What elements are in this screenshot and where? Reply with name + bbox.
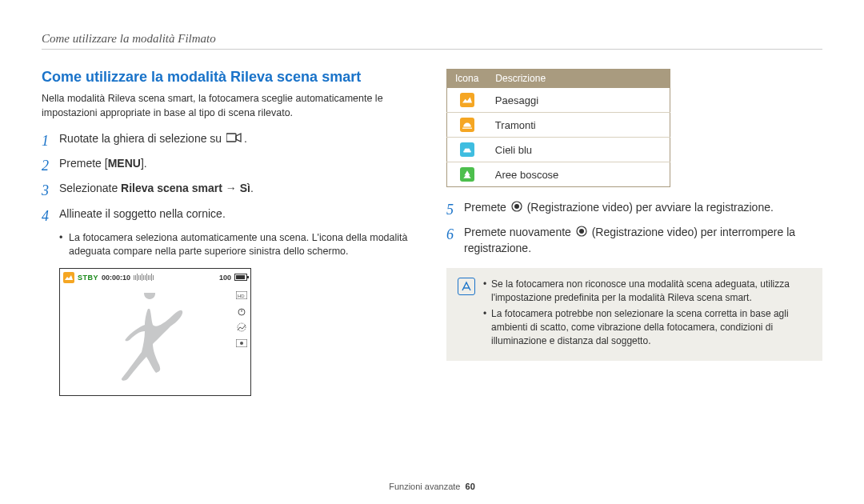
- resolution-icon: HD: [236, 290, 247, 301]
- left-column: Come utilizzare la modalità Rileva scena…: [42, 69, 418, 396]
- note-item: Se la fotocamera non riconosce una modal…: [483, 278, 811, 305]
- stabilizer-icon: [236, 322, 247, 333]
- step-3-prefix: Selezionate: [59, 182, 121, 194]
- step-1-text: Ruotate la ghiera di selezione su .: [59, 131, 418, 147]
- step-2-suffix: ].: [141, 157, 147, 170]
- step-5-number: 5: [446, 200, 464, 220]
- step-5-suffix: (Registrazione video) per avviare la reg…: [524, 201, 774, 214]
- step-6-text: Premete nuovamente (Registrazione video)…: [464, 225, 822, 257]
- table-cell-desc: Tramonti: [487, 113, 670, 138]
- intro-text: Nella modalità Rileva scena smart, la fo…: [42, 92, 418, 120]
- step-5-text: Premete (Registrazione video) per avviar…: [464, 200, 822, 216]
- table-cell-desc: Aree boscose: [487, 162, 670, 187]
- footer-page-number: 60: [466, 482, 475, 491]
- step-1-number: 1: [42, 131, 59, 151]
- sky-icon: [460, 142, 474, 157]
- dancer-silhouette: [108, 293, 196, 389]
- metering-icon: [236, 338, 247, 349]
- step-2-number: 2: [42, 156, 59, 176]
- shots-remaining: 100: [219, 274, 231, 282]
- note-item: La fotocamera potrebbe non selezionare l…: [483, 307, 811, 347]
- table-cell-desc: Cieli blu: [487, 138, 670, 162]
- table-head-icon: Icona: [447, 70, 487, 88]
- timer-icon: [236, 306, 247, 317]
- step-3-value: Sì: [240, 182, 250, 194]
- step-3-option: Rileva scena smart: [121, 182, 222, 194]
- page-footer: Funzioni avanzate 60: [0, 482, 864, 491]
- step-6-number: 6: [446, 225, 464, 245]
- step-2-text: Premete [MENU].: [59, 156, 418, 172]
- step-3-number: 3: [42, 181, 59, 201]
- right-column: Icona Descrizione Paesaggi Tramonti Ciel…: [446, 69, 822, 396]
- step-5-prefix: Premete: [464, 201, 510, 214]
- standby-label: STBY: [78, 274, 98, 282]
- camera-screenshot: STBY 00:00:10 100 HD: [59, 268, 251, 396]
- record-button-icon: [576, 226, 587, 242]
- svg-point-7: [240, 342, 243, 345]
- table-head-desc: Descrizione: [487, 70, 670, 88]
- exposure-scale-icon: [134, 274, 216, 281]
- forest-icon: [460, 167, 474, 182]
- step-4-sub: La fotocamera seleziona automaticamente …: [42, 231, 418, 258]
- battery-icon: [234, 274, 247, 281]
- svg-rect-0: [226, 134, 236, 142]
- record-button-icon: [511, 201, 522, 217]
- step-4-number: 4: [42, 206, 59, 226]
- sunset-icon: [460, 118, 474, 132]
- record-time: 00:00:10: [102, 274, 130, 282]
- table-row: Cieli blu: [447, 138, 670, 162]
- landscape-icon: [460, 93, 474, 107]
- scene-mode-icon: [63, 272, 74, 283]
- table-row: Aree boscose: [447, 162, 670, 187]
- section-title: Come utilizzare la modalità Rileva scena…: [42, 69, 418, 86]
- step-3-text: Selezionate Rileva scena smart → Sì.: [59, 181, 418, 197]
- svg-point-5: [238, 323, 246, 331]
- icon-description-table: Icona Descrizione Paesaggi Tramonti Ciel…: [446, 69, 670, 187]
- movie-mode-icon: [226, 132, 242, 148]
- step-2-prefix: Premete [: [59, 157, 108, 170]
- svg-point-12: [579, 229, 584, 234]
- step-4-text: Allineate il soggetto nella cornice.: [59, 206, 418, 222]
- step-3-suffix: .: [250, 182, 254, 194]
- svg-point-10: [514, 204, 519, 209]
- info-note: Se la fotocamera non riconosce una modal…: [446, 268, 822, 361]
- footer-section: Funzioni avanzate: [389, 482, 460, 491]
- svg-text:HD: HD: [238, 294, 245, 298]
- table-row: Paesaggi: [447, 88, 670, 113]
- table-row: Tramonti: [447, 113, 670, 138]
- step-6-prefix: Premete nuovamente: [464, 226, 574, 238]
- table-cell-desc: Paesaggi: [487, 88, 670, 113]
- breadcrumb: Come utilizzare la modalità Filmato: [42, 32, 822, 50]
- menu-button-label: MENU: [108, 157, 141, 170]
- step-1-label: Ruotate la ghiera di selezione su: [59, 132, 225, 145]
- info-icon: [458, 278, 475, 295]
- step-3-arrow: →: [222, 182, 240, 194]
